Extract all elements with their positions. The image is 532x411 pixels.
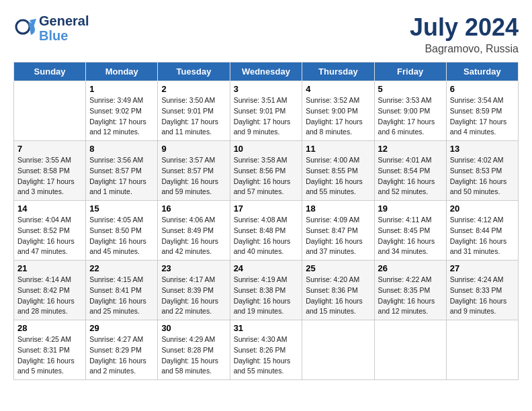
day-info: Sunrise: 4:02 AM Sunset: 8:53 PM Dayligh… — [450, 155, 515, 197]
day-info: Sunrise: 4:06 AM Sunset: 8:49 PM Dayligh… — [161, 215, 226, 257]
day-info: Sunrise: 4:00 AM Sunset: 8:55 PM Dayligh… — [306, 155, 370, 197]
day-number: 3 — [234, 84, 299, 94]
calendar-cell: 14Sunrise: 4:04 AM Sunset: 8:52 PM Dayli… — [14, 201, 86, 261]
day-number: 25 — [306, 263, 370, 273]
day-info: Sunrise: 3:51 AM Sunset: 9:01 PM Dayligh… — [234, 95, 299, 138]
weekday-header-monday: Monday — [86, 62, 158, 81]
calendar-cell: 2Sunrise: 3:50 AM Sunset: 9:01 PM Daylig… — [158, 81, 230, 141]
calendar-cell — [302, 320, 374, 380]
calendar-cell: 6Sunrise: 3:54 AM Sunset: 8:59 PM Daylig… — [446, 81, 518, 141]
week-row-1: 1Sunrise: 3:49 AM Sunset: 9:02 PM Daylig… — [14, 81, 519, 141]
calendar-cell: 9Sunrise: 3:57 AM Sunset: 8:57 PM Daylig… — [158, 141, 230, 201]
calendar-cell — [14, 81, 86, 141]
day-number: 29 — [89, 323, 154, 333]
day-info: Sunrise: 3:55 AM Sunset: 8:58 PM Dayligh… — [17, 155, 82, 197]
weekday-header-wednesday: Wednesday — [230, 62, 302, 81]
day-number: 21 — [17, 263, 82, 273]
day-number: 9 — [161, 144, 226, 154]
calendar-cell: 13Sunrise: 4:02 AM Sunset: 8:53 PM Dayli… — [446, 141, 518, 201]
calendar-cell: 8Sunrise: 3:56 AM Sunset: 8:57 PM Daylig… — [86, 141, 158, 201]
day-info: Sunrise: 4:30 AM Sunset: 8:26 PM Dayligh… — [234, 334, 299, 377]
day-number: 15 — [89, 203, 154, 214]
day-number: 23 — [161, 263, 226, 273]
day-info: Sunrise: 4:09 AM Sunset: 8:47 PM Dayligh… — [306, 215, 370, 257]
calendar-cell: 3Sunrise: 3:51 AM Sunset: 9:01 PM Daylig… — [230, 81, 302, 141]
weekday-header-saturday: Saturday — [446, 62, 518, 81]
day-number: 19 — [378, 203, 443, 214]
day-number: 20 — [450, 203, 515, 214]
page-header: General Blue July 2024 Bagramovo, Russia — [13, 13, 519, 55]
day-info: Sunrise: 4:12 AM Sunset: 8:44 PM Dayligh… — [450, 215, 515, 257]
calendar-cell: 31Sunrise: 4:30 AM Sunset: 8:26 PM Dayli… — [230, 320, 302, 380]
weekday-header-row: SundayMondayTuesdayWednesdayThursdayFrid… — [14, 62, 519, 81]
day-info: Sunrise: 3:49 AM Sunset: 9:02 PM Dayligh… — [89, 95, 154, 138]
calendar-cell: 26Sunrise: 4:22 AM Sunset: 8:35 PM Dayli… — [374, 261, 446, 320]
day-number: 12 — [378, 144, 443, 154]
day-info: Sunrise: 4:22 AM Sunset: 8:35 PM Dayligh… — [378, 275, 443, 317]
calendar-cell: 29Sunrise: 4:27 AM Sunset: 8:29 PM Dayli… — [86, 320, 158, 380]
day-info: Sunrise: 3:56 AM Sunset: 8:57 PM Dayligh… — [89, 155, 154, 197]
week-row-5: 28Sunrise: 4:25 AM Sunset: 8:31 PM Dayli… — [14, 320, 519, 380]
day-number: 30 — [161, 323, 226, 333]
day-info: Sunrise: 4:14 AM Sunset: 8:42 PM Dayligh… — [17, 275, 82, 317]
calendar-cell: 23Sunrise: 4:17 AM Sunset: 8:39 PM Dayli… — [158, 261, 230, 320]
day-info: Sunrise: 4:15 AM Sunset: 8:41 PM Dayligh… — [89, 275, 154, 317]
weekday-header-sunday: Sunday — [14, 62, 86, 81]
day-number: 16 — [161, 203, 226, 214]
calendar-cell: 16Sunrise: 4:06 AM Sunset: 8:49 PM Dayli… — [158, 201, 230, 261]
calendar-table: SundayMondayTuesdayWednesdayThursdayFrid… — [13, 62, 519, 380]
day-info: Sunrise: 4:24 AM Sunset: 8:33 PM Dayligh… — [450, 275, 515, 317]
day-info: Sunrise: 4:27 AM Sunset: 8:29 PM Dayligh… — [89, 334, 154, 377]
calendar-cell: 18Sunrise: 4:09 AM Sunset: 8:47 PM Dayli… — [302, 201, 374, 261]
day-number: 22 — [89, 263, 154, 273]
calendar-cell: 17Sunrise: 4:08 AM Sunset: 8:48 PM Dayli… — [230, 201, 302, 261]
calendar-cell: 5Sunrise: 3:53 AM Sunset: 9:00 PM Daylig… — [374, 81, 446, 141]
calendar-cell — [446, 320, 518, 380]
day-info: Sunrise: 4:17 AM Sunset: 8:39 PM Dayligh… — [161, 275, 226, 317]
week-row-4: 21Sunrise: 4:14 AM Sunset: 8:42 PM Dayli… — [14, 261, 519, 320]
day-number: 13 — [450, 144, 515, 154]
day-number: 27 — [450, 263, 515, 273]
calendar-cell: 12Sunrise: 4:01 AM Sunset: 8:54 PM Dayli… — [374, 141, 446, 201]
day-info: Sunrise: 4:20 AM Sunset: 8:36 PM Dayligh… — [306, 275, 370, 317]
day-info: Sunrise: 3:54 AM Sunset: 8:59 PM Dayligh… — [450, 95, 515, 138]
week-row-2: 7Sunrise: 3:55 AM Sunset: 8:58 PM Daylig… — [14, 141, 519, 201]
logo-text-general: General — [39, 13, 89, 28]
day-number: 11 — [306, 144, 370, 154]
calendar-location: Bagramovo, Russia — [410, 43, 519, 55]
day-number: 18 — [306, 203, 370, 214]
day-info: Sunrise: 4:11 AM Sunset: 8:45 PM Dayligh… — [378, 215, 443, 257]
day-number: 5 — [378, 84, 443, 94]
day-info: Sunrise: 3:52 AM Sunset: 9:00 PM Dayligh… — [306, 95, 370, 138]
day-number: 10 — [234, 144, 299, 154]
title-block: July 2024 Bagramovo, Russia — [410, 13, 519, 55]
day-info: Sunrise: 4:08 AM Sunset: 8:48 PM Dayligh… — [234, 215, 299, 257]
logo-icon — [13, 15, 38, 39]
calendar-cell: 4Sunrise: 3:52 AM Sunset: 9:00 PM Daylig… — [302, 81, 374, 141]
day-info: Sunrise: 3:50 AM Sunset: 9:01 PM Dayligh… — [161, 95, 226, 138]
day-number: 14 — [17, 203, 82, 214]
day-number: 17 — [234, 203, 299, 214]
day-number: 31 — [234, 323, 299, 333]
day-info: Sunrise: 4:29 AM Sunset: 8:28 PM Dayligh… — [161, 334, 226, 377]
day-number: 7 — [17, 144, 82, 154]
day-info: Sunrise: 3:53 AM Sunset: 9:00 PM Dayligh… — [378, 95, 443, 138]
day-info: Sunrise: 3:57 AM Sunset: 8:57 PM Dayligh… — [161, 155, 226, 197]
weekday-header-friday: Friday — [374, 62, 446, 81]
calendar-cell: 21Sunrise: 4:14 AM Sunset: 8:42 PM Dayli… — [14, 261, 86, 320]
calendar-cell: 25Sunrise: 4:20 AM Sunset: 8:36 PM Dayli… — [302, 261, 374, 320]
calendar-cell: 30Sunrise: 4:29 AM Sunset: 8:28 PM Dayli… — [158, 320, 230, 380]
calendar-cell: 1Sunrise: 3:49 AM Sunset: 9:02 PM Daylig… — [86, 81, 158, 141]
calendar-cell: 10Sunrise: 3:58 AM Sunset: 8:56 PM Dayli… — [230, 141, 302, 201]
day-number: 26 — [378, 263, 443, 273]
weekday-header-tuesday: Tuesday — [158, 62, 230, 81]
day-number: 8 — [89, 144, 154, 154]
day-number: 24 — [234, 263, 299, 273]
calendar-cell — [374, 320, 446, 380]
day-info: Sunrise: 4:04 AM Sunset: 8:52 PM Dayligh… — [17, 215, 82, 257]
logo: General Blue — [13, 13, 89, 43]
calendar-cell: 28Sunrise: 4:25 AM Sunset: 8:31 PM Dayli… — [14, 320, 86, 380]
day-info: Sunrise: 4:05 AM Sunset: 8:50 PM Dayligh… — [89, 215, 154, 257]
week-row-3: 14Sunrise: 4:04 AM Sunset: 8:52 PM Dayli… — [14, 201, 519, 261]
day-info: Sunrise: 4:25 AM Sunset: 8:31 PM Dayligh… — [17, 334, 82, 377]
